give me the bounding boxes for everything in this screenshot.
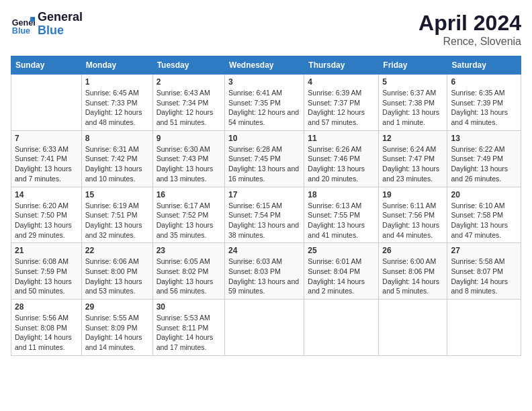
day-info: Sunrise: 6:39 AMSunset: 7:37 PMDaylight:… xyxy=(308,88,375,128)
day-info: Sunrise: 5:58 AMSunset: 8:07 PMDaylight:… xyxy=(451,257,517,296)
day-number: 11 xyxy=(308,134,375,143)
calendar-cell: 15Sunrise: 6:19 AMSunset: 7:51 PMDayligh… xyxy=(81,187,152,243)
day-number: 21 xyxy=(15,246,78,255)
day-number: 28 xyxy=(15,302,78,312)
calendar-cell: 1Sunrise: 6:45 AMSunset: 7:33 PMDaylight… xyxy=(81,75,152,131)
calendar-week-1: 1Sunrise: 6:45 AMSunset: 7:33 PMDaylight… xyxy=(11,75,521,131)
day-number: 26 xyxy=(382,246,443,255)
logo-text-general: General xyxy=(38,11,83,24)
calendar-cell: 6Sunrise: 6:35 AMSunset: 7:39 PMDaylight… xyxy=(447,75,521,131)
weekday-saturday: Saturday xyxy=(447,56,521,75)
day-number: 14 xyxy=(15,190,78,199)
calendar-cell: 14Sunrise: 6:20 AMSunset: 7:50 PMDayligh… xyxy=(11,187,82,243)
day-info: Sunrise: 6:35 AMSunset: 7:39 PMDaylight:… xyxy=(451,88,517,128)
day-number: 4 xyxy=(308,77,375,87)
day-info: Sunrise: 6:06 AMSunset: 8:00 PMDaylight:… xyxy=(85,257,149,296)
weekday-sunday: Sunday xyxy=(11,56,82,75)
day-info: Sunrise: 6:05 AMSunset: 8:02 PMDaylight:… xyxy=(157,257,221,296)
calendar-table: SundayMondayTuesdayWednesdayThursdayFrid… xyxy=(11,56,521,356)
calendar-week-3: 14Sunrise: 6:20 AMSunset: 7:50 PMDayligh… xyxy=(11,187,521,243)
day-number: 13 xyxy=(451,134,517,143)
location-subtitle: Rence, Slovenia xyxy=(418,36,521,48)
logo-icon: General Blue xyxy=(11,12,35,36)
day-number: 19 xyxy=(382,190,443,199)
weekday-friday: Friday xyxy=(379,56,447,75)
day-number: 10 xyxy=(228,134,300,143)
title-block: April 2024 Rence, Slovenia xyxy=(418,11,521,48)
day-info: Sunrise: 6:26 AMSunset: 7:46 PMDaylight:… xyxy=(308,144,375,184)
day-info: Sunrise: 6:01 AMSunset: 8:04 PMDaylight:… xyxy=(308,257,375,296)
day-info: Sunrise: 6:43 AMSunset: 7:34 PMDaylight:… xyxy=(157,88,221,128)
calendar-cell: 3Sunrise: 6:41 AMSunset: 7:35 PMDaylight… xyxy=(225,75,304,131)
calendar-cell: 27Sunrise: 5:58 AMSunset: 8:07 PMDayligh… xyxy=(447,243,521,300)
calendar-week-2: 7Sunrise: 6:33 AMSunset: 7:41 PMDaylight… xyxy=(11,130,521,187)
logo-text-blue: Blue xyxy=(38,24,83,38)
calendar-cell: 20Sunrise: 6:10 AMSunset: 7:58 PMDayligh… xyxy=(447,187,521,243)
day-number: 29 xyxy=(85,302,149,312)
day-number: 16 xyxy=(157,190,221,199)
day-number: 23 xyxy=(157,246,221,255)
day-info: Sunrise: 6:28 AMSunset: 7:45 PMDaylight:… xyxy=(228,144,300,184)
day-info: Sunrise: 6:30 AMSunset: 7:43 PMDaylight:… xyxy=(157,144,221,184)
day-info: Sunrise: 6:33 AMSunset: 7:41 PMDaylight:… xyxy=(15,144,78,184)
day-info: Sunrise: 5:55 AMSunset: 8:09 PMDaylight:… xyxy=(85,313,149,353)
calendar-cell: 13Sunrise: 6:22 AMSunset: 7:49 PMDayligh… xyxy=(447,130,521,187)
calendar-cell: 12Sunrise: 6:24 AMSunset: 7:47 PMDayligh… xyxy=(379,130,447,187)
calendar-cell: 26Sunrise: 6:00 AMSunset: 8:06 PMDayligh… xyxy=(379,243,447,300)
day-number: 27 xyxy=(451,246,517,255)
day-info: Sunrise: 6:19 AMSunset: 7:51 PMDaylight:… xyxy=(85,201,149,240)
weekday-monday: Monday xyxy=(81,56,152,75)
day-info: Sunrise: 5:56 AMSunset: 8:08 PMDaylight:… xyxy=(15,313,78,353)
calendar-cell: 2Sunrise: 6:43 AMSunset: 7:34 PMDaylight… xyxy=(152,75,224,131)
calendar-body: 1Sunrise: 6:45 AMSunset: 7:33 PMDaylight… xyxy=(11,75,521,356)
calendar-cell: 21Sunrise: 6:08 AMSunset: 7:59 PMDayligh… xyxy=(11,243,82,300)
calendar-cell: 18Sunrise: 6:13 AMSunset: 7:55 PMDayligh… xyxy=(304,187,379,243)
day-number: 5 xyxy=(382,77,443,87)
day-number: 18 xyxy=(308,190,375,199)
calendar-cell: 25Sunrise: 6:01 AMSunset: 8:04 PMDayligh… xyxy=(304,243,379,300)
day-number: 24 xyxy=(228,246,300,255)
calendar-cell: 16Sunrise: 6:17 AMSunset: 7:52 PMDayligh… xyxy=(152,187,224,243)
calendar-week-5: 28Sunrise: 5:56 AMSunset: 8:08 PMDayligh… xyxy=(11,300,521,356)
day-info: Sunrise: 6:17 AMSunset: 7:52 PMDaylight:… xyxy=(157,201,221,240)
month-title: April 2024 xyxy=(418,11,521,36)
calendar-cell: 9Sunrise: 6:30 AMSunset: 7:43 PMDaylight… xyxy=(152,130,224,187)
day-number: 30 xyxy=(157,302,221,312)
weekday-wednesday: Wednesday xyxy=(225,56,304,75)
calendar-cell: 22Sunrise: 6:06 AMSunset: 8:00 PMDayligh… xyxy=(81,243,152,300)
day-number: 22 xyxy=(85,246,149,255)
calendar-cell xyxy=(304,300,379,356)
day-number: 2 xyxy=(157,77,221,87)
weekday-tuesday: Tuesday xyxy=(152,56,224,75)
svg-text:Blue: Blue xyxy=(12,26,30,36)
day-number: 3 xyxy=(228,77,300,87)
calendar-cell: 24Sunrise: 6:03 AMSunset: 8:03 PMDayligh… xyxy=(225,243,304,300)
calendar-cell: 8Sunrise: 6:31 AMSunset: 7:42 PMDaylight… xyxy=(81,130,152,187)
day-info: Sunrise: 6:24 AMSunset: 7:47 PMDaylight:… xyxy=(382,144,443,184)
day-info: Sunrise: 6:20 AMSunset: 7:50 PMDaylight:… xyxy=(15,201,78,240)
calendar-cell xyxy=(379,300,447,356)
day-info: Sunrise: 6:08 AMSunset: 7:59 PMDaylight:… xyxy=(15,257,78,296)
calendar-cell: 10Sunrise: 6:28 AMSunset: 7:45 PMDayligh… xyxy=(225,130,304,187)
day-info: Sunrise: 6:31 AMSunset: 7:42 PMDaylight:… xyxy=(85,144,149,184)
calendar-cell: 29Sunrise: 5:55 AMSunset: 8:09 PMDayligh… xyxy=(81,300,152,356)
day-info: Sunrise: 6:45 AMSunset: 7:33 PMDaylight:… xyxy=(85,88,149,128)
day-number: 15 xyxy=(85,190,149,199)
day-info: Sunrise: 6:10 AMSunset: 7:58 PMDaylight:… xyxy=(451,201,517,240)
day-info: Sunrise: 6:22 AMSunset: 7:49 PMDaylight:… xyxy=(451,144,517,184)
day-number: 20 xyxy=(451,190,517,199)
calendar-cell: 30Sunrise: 5:53 AMSunset: 8:11 PMDayligh… xyxy=(152,300,224,356)
calendar-cell: 23Sunrise: 6:05 AMSunset: 8:02 PMDayligh… xyxy=(152,243,224,300)
calendar-cell: 17Sunrise: 6:15 AMSunset: 7:54 PMDayligh… xyxy=(225,187,304,243)
day-number: 8 xyxy=(85,134,149,143)
weekday-header-row: SundayMondayTuesdayWednesdayThursdayFrid… xyxy=(11,56,521,75)
calendar-cell: 5Sunrise: 6:37 AMSunset: 7:38 PMDaylight… xyxy=(379,75,447,131)
day-number: 25 xyxy=(308,246,375,255)
day-info: Sunrise: 6:15 AMSunset: 7:54 PMDaylight:… xyxy=(228,201,300,240)
day-number: 1 xyxy=(85,77,149,87)
calendar-cell xyxy=(225,300,304,356)
day-number: 6 xyxy=(451,77,517,87)
day-info: Sunrise: 6:03 AMSunset: 8:03 PMDaylight:… xyxy=(228,257,300,296)
day-number: 7 xyxy=(15,134,78,143)
day-info: Sunrise: 6:13 AMSunset: 7:55 PMDaylight:… xyxy=(308,201,375,240)
